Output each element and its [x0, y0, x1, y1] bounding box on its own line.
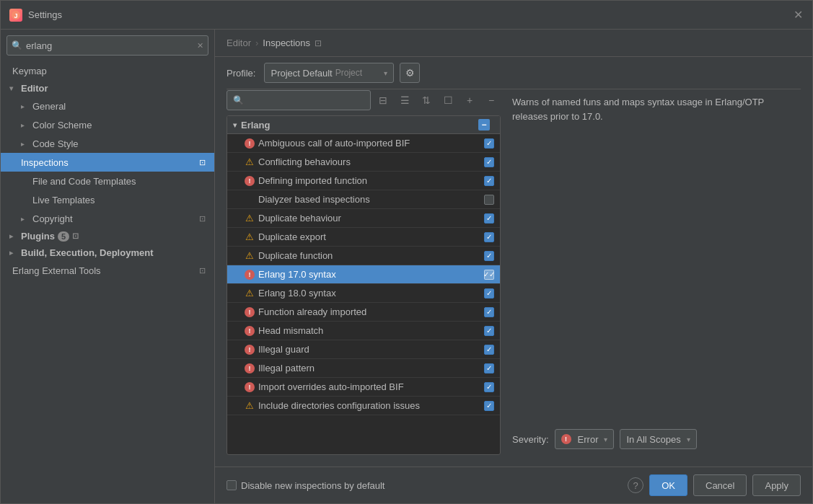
breadcrumb-bar: Editor › Inspections ⊡ [215, 30, 812, 57]
inspection-function-imported[interactable]: ! Function already imported [227, 303, 500, 322]
illegal-pattern-checkbox[interactable] [484, 363, 494, 373]
function-imported-label: Function already imported [258, 306, 484, 317]
erlang-18-icon: ⚠ [245, 288, 255, 299]
sidebar-inspections-label: Inspections [21, 157, 69, 168]
inspection-illegal-pattern[interactable]: ! Illegal pattern [227, 359, 500, 378]
illegal-pattern-icon: ! [245, 363, 255, 373]
sidebar-item-erlang-tools[interactable]: Erlang External Tools ⊡ [1, 261, 214, 280]
disable-inspections-checkbox[interactable] [227, 480, 237, 490]
severity-row: Severity: ! Error ▾ In All Scopes ▾ [512, 429, 801, 449]
include-directories-label: Include directories configuration issues [258, 400, 484, 411]
plugins-chevron [9, 232, 18, 240]
sidebar-build-label: Build, Execution, Deployment [21, 247, 153, 258]
inspection-include-directories[interactable]: ⚠ Include directories configuration issu… [227, 397, 500, 415]
apply-button[interactable]: Apply [752, 474, 801, 496]
search-clear-button[interactable]: ✕ [197, 41, 203, 50]
inspection-dialyzer[interactable]: Dialyzer based inspections [227, 190, 500, 209]
function-imported-icon: ! [245, 307, 255, 317]
include-directories-icon: ⚠ [245, 401, 255, 411]
general-chevron [21, 102, 30, 110]
erlang-17-checkbox[interactable]: ✓ [484, 270, 494, 280]
inspection-erlang-18-syntax[interactable]: ⚠ Erlang 18.0 syntax [227, 284, 500, 303]
duplicate-export-label: Duplicate export [258, 231, 484, 242]
sidebar-group-editor[interactable]: Editor [1, 80, 214, 97]
sidebar-plugins-label: Plugins [21, 231, 55, 242]
inspection-illegal-guard[interactable]: ! Illegal guard [227, 340, 500, 359]
duplicate-export-checkbox[interactable] [484, 232, 494, 242]
sidebar-item-general[interactable]: General [1, 97, 214, 115]
duplicate-behaviour-checkbox[interactable] [484, 213, 494, 224]
breadcrumb-settings-icon[interactable]: ⊡ [315, 38, 322, 48]
import-overrides-checkbox[interactable] [484, 382, 494, 392]
erlang-18-checkbox[interactable] [484, 288, 494, 299]
gear-button[interactable]: ⚙ [400, 63, 420, 83]
filter-add-button[interactable]: + [460, 91, 479, 110]
conflicting-behaviours-label: Conflicting behaviours [258, 156, 484, 167]
sidebar-file-templates-label: File and Code Templates [32, 176, 136, 187]
search-input[interactable] [26, 40, 197, 51]
sidebar-group-plugins[interactable]: Plugins 5 ⊡ [1, 228, 214, 244]
defining-imported-checkbox[interactable] [484, 176, 494, 186]
function-imported-checkbox[interactable] [484, 307, 494, 317]
illegal-guard-checkbox[interactable] [484, 345, 494, 355]
filter-list-button[interactable]: ☰ [395, 91, 414, 110]
inspection-erlang-17-syntax[interactable]: ! Erlang 17.0 syntax ✓ [227, 265, 500, 284]
profile-label: Profile: [227, 68, 255, 79]
filter-remove-button[interactable]: − [482, 91, 501, 110]
breadcrumb-parent[interactable]: Editor [227, 37, 251, 48]
head-mismatch-checkbox[interactable] [484, 326, 494, 336]
inspection-conflicting-behaviours[interactable]: ⚠ Conflicting behaviours [227, 153, 500, 172]
sidebar-item-color-scheme[interactable]: Color Scheme [1, 115, 214, 134]
scope-dropdown[interactable]: In All Scopes ▾ [620, 429, 696, 449]
cancel-button[interactable]: Cancel [693, 474, 747, 496]
erlang-17-icon: ! [245, 270, 255, 280]
filter-funnel-button[interactable]: ⊟ [374, 91, 392, 110]
close-button[interactable]: ✕ [792, 9, 804, 21]
sidebar-group-build[interactable]: Build, Execution, Deployment [1, 244, 214, 261]
sidebar-item-live-templates[interactable]: Live Templates [1, 190, 214, 209]
defining-imported-label: Defining imported function [258, 175, 484, 186]
severity-dropdown[interactable]: ! Error ▾ [555, 429, 615, 449]
illegal-guard-icon: ! [245, 345, 255, 355]
inspection-duplicate-function[interactable]: ⚠ Duplicate function [227, 247, 500, 265]
sidebar-item-code-style[interactable]: Code Style [1, 134, 214, 153]
inspections-badge-icon: ⊡ [199, 158, 206, 167]
conflicting-behaviours-checkbox[interactable] [484, 157, 494, 167]
erlang-group-header[interactable]: ▾ Erlang [227, 116, 500, 134]
filter-search-box: 🔍 [227, 90, 371, 110]
ambiguous-call-checkbox[interactable] [484, 138, 494, 149]
scope-value: In All Scopes [626, 434, 680, 445]
sidebar-code-style-label: Code Style [32, 138, 79, 149]
inspection-duplicate-behaviour[interactable]: ⚠ Duplicate behaviour [227, 209, 500, 228]
dialyzer-checkbox[interactable] [484, 195, 494, 205]
color-scheme-chevron [21, 121, 30, 129]
help-button[interactable]: ? [628, 477, 643, 493]
inspection-defining-imported[interactable]: ! Defining imported function [227, 172, 500, 190]
duplicate-function-checkbox[interactable] [484, 251, 494, 261]
search-box: 🔍 ✕ [6, 35, 208, 56]
include-directories-checkbox[interactable] [484, 401, 494, 411]
plugins-badge: 5 [58, 231, 69, 242]
ok-button[interactable]: OK [649, 474, 687, 496]
import-overrides-label: Import overrides auto-imported BIF [258, 381, 484, 392]
sidebar-item-inspections[interactable]: Inspections ⊡ [1, 153, 214, 172]
dialog-title: Settings [28, 9, 792, 20]
erlang-group-label: Erlang [241, 120, 270, 131]
profile-dropdown[interactable]: Project Default Project ▾ [264, 63, 394, 83]
profile-dropdown-arrow: ▾ [384, 69, 387, 77]
copyright-chevron [21, 215, 30, 223]
sidebar-item-file-code-templates[interactable]: File and Code Templates [1, 172, 214, 190]
sidebar-item-keymap[interactable]: Keymap [1, 61, 214, 80]
filter-sort-button[interactable]: ⇅ [417, 91, 436, 110]
filter-search-input[interactable] [247, 95, 364, 106]
severity-dropdown-arrow: ▾ [604, 436, 607, 443]
inspection-import-overrides[interactable]: ! Import overrides auto-imported BIF [227, 378, 500, 397]
filter-expand-button[interactable]: ☐ [439, 91, 457, 110]
inspection-head-mismatch[interactable]: ! Head mismatch [227, 322, 500, 340]
sidebar-item-copyright[interactable]: Copyright ⊡ [1, 209, 214, 228]
title-bar: J Settings ✕ [1, 1, 812, 30]
inspection-ambiguous-call[interactable]: ! Ambiguous call of auto-imported BIF [227, 134, 500, 153]
app-icon: J [9, 9, 22, 22]
inspection-duplicate-export[interactable]: ⚠ Duplicate export [227, 228, 500, 247]
sidebar-editor-label: Editor [21, 83, 48, 94]
